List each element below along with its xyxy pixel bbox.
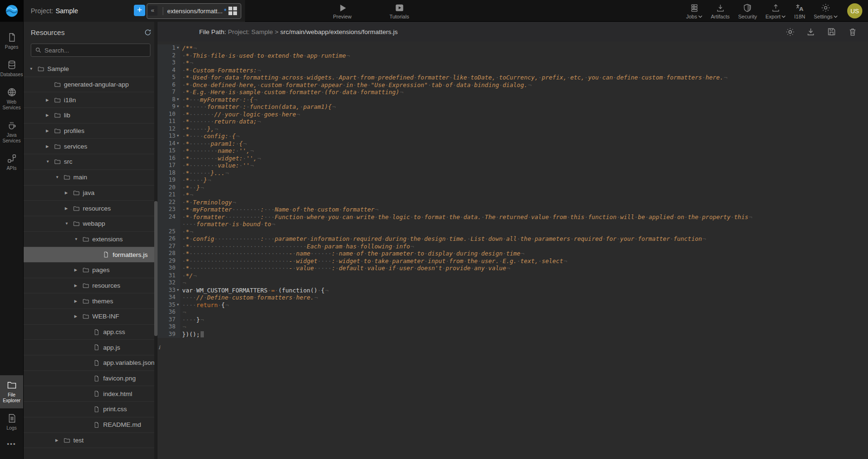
code-line[interactable]: 3·*¬ [158, 59, 868, 67]
chevron-right-icon[interactable]: ▶ [46, 98, 54, 102]
code-line[interactable]: 29·*····························-·widget… [158, 257, 868, 265]
code-line[interactable]: 12·*·····},¬ [158, 125, 868, 133]
code-line[interactable]: 19·*····}¬ [158, 177, 868, 184]
tree-item-readme-md[interactable]: README.md [24, 417, 158, 433]
tree-item-webapp[interactable]: ▼webapp [24, 216, 158, 232]
code-line[interactable]: 26·*·config·············:···parameter·in… [158, 235, 868, 243]
sidebar-item-pages[interactable]: Pages [0, 27, 23, 55]
chevron-right-icon[interactable]: ▶ [74, 283, 82, 288]
save-file-icon[interactable] [826, 26, 837, 37]
code-line[interactable]: 32¬ [158, 279, 868, 287]
code-line[interactable]: 18·*······}...¬ [158, 169, 868, 177]
artifacts-button[interactable]: Artifacts [709, 2, 732, 20]
fold-arrow-icon[interactable]: ▼ [175, 287, 180, 294]
chevron-right-icon[interactable]: ▶ [65, 206, 73, 211]
tree-item-pages[interactable]: ▶pages [24, 263, 158, 278]
tree-item-app-js[interactable]: app.js [24, 340, 158, 355]
sidebar-item-java-services[interactable]: JavaServices [0, 115, 23, 149]
code-line[interactable]: 37····}¬ [158, 316, 868, 324]
i18n-button[interactable]: A I18N [792, 2, 807, 20]
code-line[interactable]: 30·*····························-·value·… [158, 265, 868, 272]
chevron-right-icon[interactable]: ▶ [74, 299, 82, 303]
chevron-right-icon[interactable]: ▶ [55, 438, 63, 442]
chevron-down-icon[interactable]: ▼ [55, 175, 63, 179]
sidebar-item-web-services[interactable]: WebServices [0, 82, 23, 115]
avatar[interactable]: US [847, 3, 862, 18]
chevron-right-icon[interactable]: ▶ [46, 113, 54, 117]
chevron-down-icon[interactable]: ▼ [29, 67, 37, 71]
export-button[interactable]: Export [763, 2, 788, 20]
security-button[interactable]: Security [736, 2, 759, 20]
tree-item-services[interactable]: ▶services [24, 139, 158, 154]
tree-item-resources[interactable]: ▶resources [24, 201, 158, 216]
tree-item-themes[interactable]: ▶themes [24, 293, 158, 309]
settings-button[interactable]: Settings [812, 2, 840, 20]
code-line[interactable]: 16·*········widget:·'',¬ [158, 155, 868, 162]
code-line[interactable]: 21·*¬ [158, 191, 868, 199]
tutorials-button[interactable]: Tutorials [387, 0, 411, 22]
code-line[interactable]: 22·*·Terminology¬ [158, 199, 868, 206]
code-line[interactable]: 27·*·································Eac… [158, 243, 868, 250]
tree-item-java[interactable]: ▶java [24, 185, 158, 201]
fold-arrow-icon[interactable]: ▼ [175, 44, 180, 52]
code-line[interactable]: 15·*········name:·'',¬ [158, 147, 868, 155]
tree-item-i18n[interactable]: ▶i18n [24, 92, 158, 108]
code-line[interactable]: 1▼/**¬ [158, 44, 868, 52]
add-resource-button[interactable]: + [134, 5, 145, 16]
panel-scrollbar-thumb[interactable] [154, 201, 158, 336]
tree-item-index-html[interactable]: index.html [24, 386, 158, 402]
code-line[interactable]: 2·*·This·file·is·used·to·extend·the·app·… [158, 52, 868, 60]
sidebar-item-apis[interactable]: APIs [0, 149, 23, 176]
chevron-right-icon[interactable]: ▶ [46, 129, 54, 133]
tree-item-sample[interactable]: ▼Sample [24, 62, 158, 77]
editor-settings-icon[interactable] [785, 26, 795, 37]
annotation-info-marker[interactable]: i [158, 344, 160, 351]
tree-item-lib[interactable]: ▶lib [24, 108, 158, 124]
code-line[interactable]: 5·*·Used·for·data·formatting·across·widg… [158, 74, 868, 81]
tree-item-formatters-js[interactable]: formatters.js [24, 247, 158, 263]
code-editor[interactable]: i 1▼/**¬2·*·This·file·is·used·to·extend·… [158, 42, 868, 459]
chevron-right-icon[interactable]: ▶ [65, 191, 73, 195]
code-line[interactable]: 6·*·Once·defined·here,·custom·formatter·… [158, 81, 868, 89]
more-menu-button[interactable]: ••• [0, 436, 23, 452]
fold-arrow-icon[interactable]: ▼ [175, 132, 180, 140]
sidebar-item-file-explorer[interactable]: FileExplorer [0, 375, 23, 408]
code-line[interactable]: 7·*·E.g.·Here·is·sample·custom·formatter… [158, 88, 868, 96]
code-line[interactable]: 13▼·*····config:·{¬ [158, 132, 868, 140]
tree-item-extensions[interactable]: ▼extensions [24, 232, 158, 247]
code-line[interactable]: 31·*/¬ [158, 272, 868, 280]
sidebar-item-databases[interactable]: Databases [0, 55, 23, 82]
code-line[interactable]: 8▼·*···myFormatter·:·{¬ [158, 96, 868, 104]
tree-item-resources[interactable]: ▶resources [24, 278, 158, 294]
code-line[interactable]: 36¬ [158, 309, 868, 316]
code-line[interactable]: 4·*·Custom·Formatters:¬ [158, 67, 868, 74]
chevron-right-icon[interactable]: ▶ [74, 268, 82, 272]
code-line[interactable]: 14▼·*······param1:·{¬ [158, 140, 868, 148]
code-line[interactable]: 28·*····························-·name··… [158, 250, 868, 257]
code-line[interactable]: ····formatter·is·bound·to¬ [158, 221, 868, 228]
code-line[interactable]: 34····//·Define·custom·formatters·here.¬ [158, 294, 868, 301]
split-view-icon[interactable] [228, 7, 237, 15]
jobs-button[interactable]: Jobs [684, 2, 704, 20]
tree-item-src[interactable]: ▼src [24, 154, 158, 170]
tree-item-app-variables-json[interactable]: app.variables.json [24, 355, 158, 371]
download-file-icon[interactable] [806, 26, 816, 37]
chevron-right-icon[interactable]: ▶ [46, 144, 54, 149]
tree-item-app-css[interactable]: app.css [24, 325, 158, 340]
code-line[interactable]: 38¬ [158, 323, 868, 331]
code-line[interactable]: 24·*·formatter··········:···Function·whe… [158, 213, 868, 221]
tree-item-main[interactable]: ▼main [24, 170, 158, 185]
fold-arrow-icon[interactable]: ▼ [175, 140, 180, 148]
chevron-down-icon[interactable]: ▼ [65, 221, 73, 226]
sidebar-item-logs[interactable]: Logs [0, 408, 23, 436]
fold-arrow-icon[interactable]: ▼ [175, 301, 180, 309]
tree-item-generated-angular-app[interactable]: generated-angular-app [24, 77, 158, 93]
code-line[interactable]: 11·*·······return·data;¬ [158, 118, 868, 125]
tree-item-print-css[interactable]: print.css [24, 402, 158, 417]
fold-arrow-icon[interactable]: ▼ [175, 103, 180, 111]
code-line[interactable]: 39})(); [158, 331, 868, 338]
tree-item-test[interactable]: ▶test [24, 433, 158, 449]
preview-button[interactable]: Preview [331, 0, 353, 22]
code-line[interactable]: 33▼var·WM_CUSTOM_FORMATTERS·=·(function(… [158, 287, 868, 294]
code-line[interactable]: 10·*·······//·your·logic·goes·here¬ [158, 111, 868, 118]
